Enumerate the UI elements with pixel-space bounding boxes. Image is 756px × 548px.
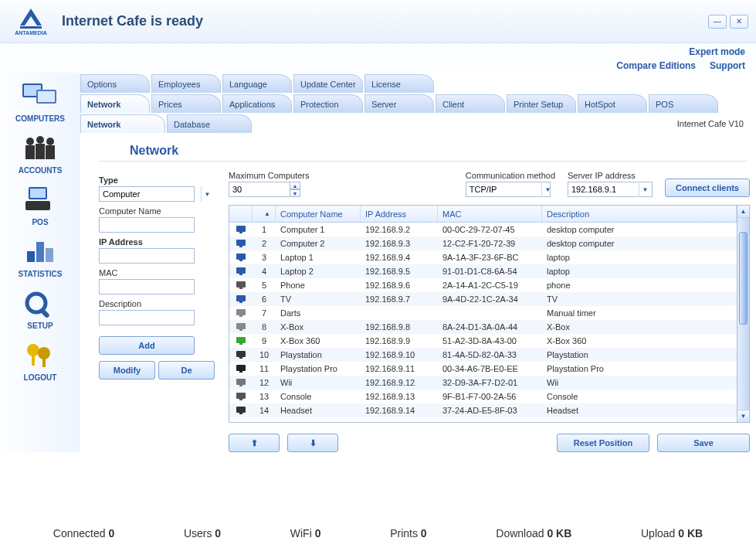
support-link[interactable]: Support bbox=[710, 60, 745, 71]
modify-button[interactable]: Modify bbox=[99, 361, 155, 380]
max-computers-input[interactable] bbox=[229, 182, 290, 197]
table-row[interactable]: 7DartsManual timer bbox=[229, 306, 737, 320]
tab-employees[interactable]: Employees bbox=[151, 74, 221, 93]
scroll-down-icon[interactable]: ▼ bbox=[737, 410, 749, 422]
svg-rect-39 bbox=[236, 337, 246, 343]
col-icon[interactable] bbox=[229, 206, 253, 222]
connect-clients-button[interactable]: Connect clients bbox=[665, 179, 750, 197]
tab-network[interactable]: Network bbox=[80, 114, 165, 133]
table-row[interactable]: 5Phone192.168.9.62A-14-A1-2C-C5-19phone bbox=[229, 278, 737, 292]
tab-server[interactable]: Server bbox=[364, 94, 434, 113]
expert-mode-link[interactable]: Expert mode bbox=[689, 46, 745, 57]
table-row[interactable]: 13Console192.168.9.139F-B1-F7-00-2A-56Co… bbox=[229, 390, 737, 403]
table-row[interactable]: 6TV192.168.9.79A-4D-22-1C-2A-34TV bbox=[229, 292, 737, 306]
table-row[interactable]: 14Headset192.168.9.1437-24-AD-E5-8F-03He… bbox=[229, 403, 737, 417]
chevron-down-icon[interactable]: ▼ bbox=[201, 186, 213, 202]
vertical-scrollbar[interactable]: ▲ ▼ bbox=[737, 206, 749, 422]
row-index: 6 bbox=[253, 294, 276, 304]
svg-rect-33 bbox=[236, 295, 246, 301]
tab-prices[interactable]: Prices bbox=[151, 94, 221, 113]
compare-editions-link[interactable]: Compare Editions bbox=[616, 60, 696, 71]
svg-rect-23 bbox=[236, 226, 246, 232]
row-ip: 192.168.9.12 bbox=[361, 378, 438, 387]
comm-method-select[interactable] bbox=[466, 182, 551, 197]
move-up-button[interactable]: ⬆ bbox=[229, 434, 280, 452]
row-ip: 192.168.9.11 bbox=[361, 364, 438, 373]
table-row[interactable]: 8X-Box192.168.9.88A-24-D1-3A-0A-44X-Box bbox=[229, 320, 737, 334]
row-name: Playstation bbox=[276, 350, 361, 359]
close-button[interactable]: ✕ bbox=[730, 15, 748, 29]
max-computers-label: Maximum Computers bbox=[229, 171, 310, 180]
row-desc: X-Box 360 bbox=[542, 336, 737, 345]
tab-database[interactable]: Database bbox=[167, 114, 252, 133]
sidebar-item-accounts[interactable]: ACCOUNTS bbox=[0, 128, 80, 179]
sidebar-item-logout[interactable]: LOGOUT bbox=[0, 335, 80, 386]
row-desc: laptop bbox=[542, 253, 737, 262]
row-desc: phone bbox=[542, 281, 737, 290]
table-row[interactable]: 11Playstation Pro192.168.9.1100-34-A6-7B… bbox=[229, 362, 737, 376]
move-down-button[interactable]: ⬇ bbox=[287, 434, 338, 452]
row-index: 8 bbox=[253, 322, 276, 332]
sidebar-item-setup[interactable]: SETUP bbox=[0, 283, 80, 335]
chevron-down-icon[interactable]: ▼ bbox=[541, 182, 554, 197]
svg-rect-16 bbox=[46, 248, 53, 262]
col-index[interactable]: ▲ bbox=[253, 206, 276, 222]
tab-pos[interactable]: POS bbox=[649, 94, 718, 113]
tab-license[interactable]: License bbox=[364, 74, 434, 93]
minimize-button[interactable]: — bbox=[708, 15, 727, 29]
col-computer-name[interactable]: Computer Name bbox=[276, 206, 361, 222]
table-row[interactable]: 4Laptop 2192.168.9.591-01-D1-C8-6A-54lap… bbox=[229, 264, 737, 278]
row-name: Computer 2 bbox=[276, 239, 361, 248]
sidebar-item-computers[interactable]: COMPUTERS bbox=[0, 76, 80, 128]
table-row[interactable]: 9X-Box 360192.168.9.951-A2-3D-8A-43-00X-… bbox=[229, 334, 737, 348]
mac-input[interactable] bbox=[99, 279, 195, 294]
add-button[interactable]: Add bbox=[99, 336, 195, 355]
tab-protection[interactable]: Protection bbox=[293, 94, 363, 113]
table-row[interactable]: 1Computer 1192.168.9.200-0C-29-72-07-45d… bbox=[229, 223, 737, 237]
logout-icon bbox=[18, 338, 63, 372]
tab-options[interactable]: Options bbox=[80, 74, 150, 93]
row-mac: 37-24-AD-E5-8F-03 bbox=[438, 406, 542, 415]
device-icon bbox=[229, 225, 253, 234]
type-select[interactable] bbox=[99, 186, 195, 202]
table-row[interactable]: 2Computer 2192.168.9.312-C2-F1-20-72-39d… bbox=[229, 237, 737, 250]
row-name: Console bbox=[276, 392, 361, 401]
sidebar-item-pos[interactable]: POS bbox=[0, 179, 80, 231]
table-row[interactable]: 12Wii192.168.9.1232-D9-3A-F7-D2-01Wii bbox=[229, 376, 737, 390]
table-row[interactable]: 10Playstation192.168.9.1081-4A-5D-82-0A-… bbox=[229, 348, 737, 362]
row-mac: 2A-14-A1-2C-C5-19 bbox=[438, 281, 542, 290]
svg-rect-50 bbox=[239, 413, 242, 414]
tab-update-center[interactable]: Update Center bbox=[293, 74, 363, 93]
tab-applications[interactable]: Applications bbox=[222, 94, 292, 113]
description-input[interactable] bbox=[99, 310, 195, 325]
col-ip-address[interactable]: IP Address bbox=[361, 206, 438, 222]
status-upload: Upload 0 KB bbox=[641, 527, 703, 539]
tab-language[interactable]: Language bbox=[222, 74, 292, 93]
save-button[interactable]: Save bbox=[657, 434, 750, 452]
computer-name-input[interactable] bbox=[99, 217, 195, 233]
sidebar-item-label: LOGOUT bbox=[24, 373, 57, 382]
scroll-up-icon[interactable]: ▲ bbox=[737, 206, 749, 218]
tab-network[interactable]: Network bbox=[80, 94, 150, 113]
chevron-down-icon[interactable]: ▼ bbox=[639, 182, 651, 197]
ip-address-input[interactable] bbox=[99, 248, 195, 264]
tab-printer-setup[interactable]: Printer Setup bbox=[507, 94, 576, 113]
spin-down-icon[interactable]: ▼ bbox=[290, 189, 300, 197]
tab-client[interactable]: Client bbox=[436, 94, 505, 113]
row-desc: Wii bbox=[542, 378, 737, 387]
delete-button[interactable]: De bbox=[158, 361, 215, 380]
device-icon bbox=[229, 253, 253, 262]
col-mac[interactable]: MAC bbox=[438, 206, 542, 222]
sidebar-item-statistics[interactable]: STATISTICS bbox=[0, 231, 80, 283]
tab-hotspot[interactable]: HotSpot bbox=[578, 94, 647, 113]
table-row[interactable]: 3Laptop 1192.168.9.49A-1A-3F-23-6F-BClap… bbox=[229, 250, 737, 264]
device-icon bbox=[229, 364, 253, 373]
row-index: 3 bbox=[253, 253, 276, 262]
col-description[interactable]: Description bbox=[542, 206, 737, 222]
row-name: Laptop 1 bbox=[276, 253, 361, 262]
comm-method-label: Communication method bbox=[466, 171, 555, 180]
spin-up-icon[interactable]: ▲ bbox=[290, 182, 300, 189]
sidebar-item-label: COMPUTERS bbox=[15, 114, 65, 123]
reset-position-button[interactable]: Reset Position bbox=[557, 434, 649, 452]
scroll-thumb[interactable] bbox=[739, 232, 748, 325]
